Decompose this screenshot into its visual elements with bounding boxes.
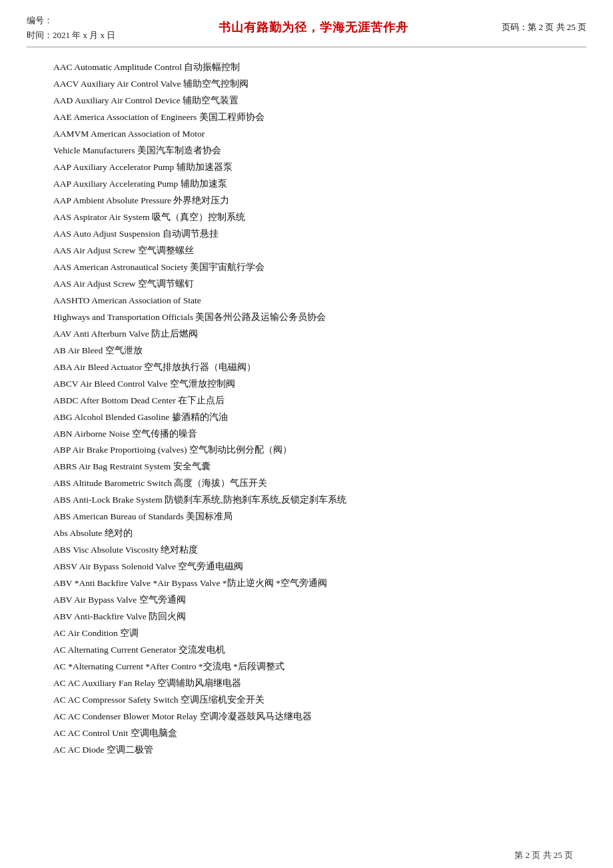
list-item: AAS Air Adjust Screw 空气调整螺丝 bbox=[53, 243, 573, 259]
list-item: AC AC Control Unit 空调电脑盒 bbox=[53, 725, 573, 742]
list-item: ABS Visc Absolute Viscosity 绝对粘度 bbox=[53, 542, 573, 559]
list-item: Highways and Transportation Officials 美国… bbox=[53, 309, 573, 326]
content-area: AAC Automatic Amplitude Control 自动振幅控制AA… bbox=[53, 59, 573, 759]
list-item: ABS American Bureau of Standards 美国标准局 bbox=[53, 509, 573, 525]
list-item: AAE America Association of Engineers 美国工… bbox=[53, 109, 573, 126]
list-item: AC AC Auxiliary Fan Relay 空调辅助风扇继电器 bbox=[53, 675, 573, 692]
page: 编号： 时间：2021 年 x 月 x 日 书山有路勤为径，学海无涯苦作舟 页码… bbox=[0, 12, 613, 868]
list-item: AAP Auxiliary Accelerator Pump 辅助加速器泵 bbox=[53, 159, 573, 176]
header-center-title: 书山有路勤为径，学海无涯苦作舟 bbox=[160, 12, 466, 43]
header-left: 编号： 时间：2021 年 x 月 x 日 bbox=[27, 12, 160, 43]
list-item: AAS Auto Adjust Suspension 自动调节悬挂 bbox=[53, 226, 573, 243]
list-item: AAP Auxiliary Accelerating Pump 辅助加速泵 bbox=[53, 176, 573, 193]
list-item: AAS Aspirator Air System 吸气（真空）控制系统 bbox=[53, 209, 573, 226]
list-item: ABDC After Bottom Dead Center 在下止点后 bbox=[53, 393, 573, 409]
list-item: Vehicle Manufacturers 美国汽车制造者协会 bbox=[53, 143, 573, 159]
list-item: ABSV Air Bypass Solenoid Valve 空气旁通电磁阀 bbox=[53, 559, 573, 575]
list-item: AAV Anti Afterburn Valve 防止后燃阀 bbox=[53, 326, 573, 343]
list-item: AC *Alternating Current *After Contro *交… bbox=[53, 659, 573, 675]
list-item: Abs Absolute 绝对的 bbox=[53, 525, 573, 542]
list-item: AAS American Astronautical Society 美国宇宙航… bbox=[53, 259, 573, 276]
header: 编号： 时间：2021 年 x 月 x 日 书山有路勤为径，学海无涯苦作舟 页码… bbox=[27, 12, 586, 47]
list-item: ABV Anti-Backfire Valve 防回火阀 bbox=[53, 609, 573, 625]
list-item: AC AC Compressor Safety Switch 空调压缩机安全开关 bbox=[53, 692, 573, 709]
list-item: ABS Altitude Barometric Switch 高度（海拔）气压开… bbox=[53, 475, 573, 492]
biaohao: 编号： bbox=[27, 13, 160, 28]
shijian: 时间：2021 年 x 月 x 日 bbox=[27, 28, 160, 43]
list-item: ABRS Air Bag Restraint System 安全气囊 bbox=[53, 459, 573, 475]
list-item: AAD Auxiliary Air Control Device 辅助空气装置 bbox=[53, 93, 573, 109]
footer-page-number: 第 2 页 共 25 页 bbox=[514, 849, 573, 861]
list-item: AAC Automatic Amplitude Control 自动振幅控制 bbox=[53, 59, 573, 76]
list-item: ABV Air Bypass Valve 空气旁通阀 bbox=[53, 592, 573, 609]
list-item: AACV Auxiliary Air Control Valve 辅助空气控制阀 bbox=[53, 76, 573, 93]
list-item: ABCV Air Bleed Control Valve 空气泄放控制阀 bbox=[53, 376, 573, 393]
list-item: ABS Anti-Lock Brake System 防锁刹车系统,防抱刹车系统… bbox=[53, 492, 573, 509]
list-item: AASHTO American Association of State bbox=[53, 293, 573, 309]
header-page-info: 页码：第 2 页 共 25 页 bbox=[466, 12, 586, 43]
list-item: ABG Alcohol Blended Gasoline 掺酒精的汽油 bbox=[53, 409, 573, 426]
list-item: ABN Airborne Noise 空气传播的噪音 bbox=[53, 426, 573, 443]
list-item: ABV *Anti Backfire Valve *Air Bypass Val… bbox=[53, 575, 573, 592]
list-item: AAP Ambient Absolute Pressure 外界绝对压力 bbox=[53, 193, 573, 209]
list-item: AC Air Condition 空调 bbox=[53, 625, 573, 642]
list-item: AAS Air Adjust Screw 空气调节螺钉 bbox=[53, 276, 573, 293]
list-item: AB Air Bleed 空气泄放 bbox=[53, 343, 573, 359]
list-item: AC Alternating Current Generator 交流发电机 bbox=[53, 642, 573, 659]
list-item: AC AC Diode 空调二极管 bbox=[53, 742, 573, 759]
list-item: ABA Air Bleed Actuator 空气排放执行器（电磁阀） bbox=[53, 359, 573, 376]
list-item: AC AC Condenser Blower Motor Relay 空调冷凝器… bbox=[53, 709, 573, 725]
list-item: ABP Air Brake Proportioing (valves) 空气制动… bbox=[53, 442, 573, 459]
list-item: AAMVM American Association of Motor bbox=[53, 126, 573, 143]
